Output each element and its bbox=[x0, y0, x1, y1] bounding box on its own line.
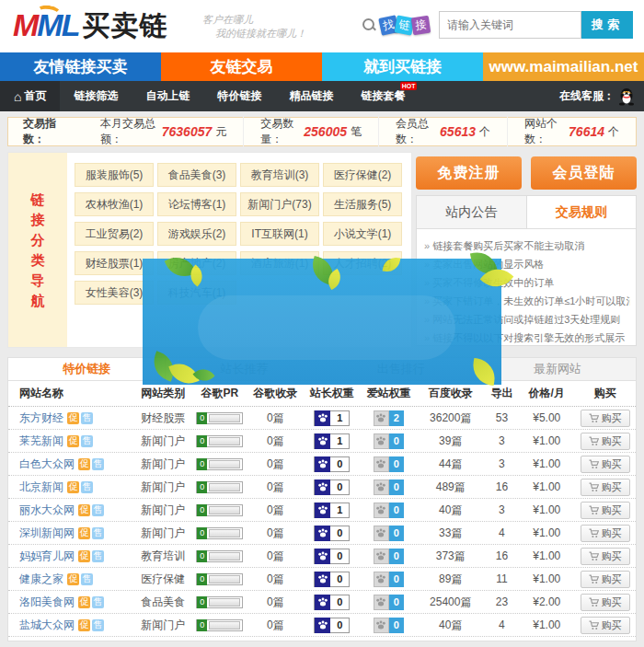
paw-icon bbox=[375, 550, 386, 561]
cell-google-included: 0篇 bbox=[247, 549, 304, 564]
aizhan-weight-value: 0 bbox=[389, 479, 404, 495]
cart-icon bbox=[589, 574, 599, 584]
pr-indicator: 0 bbox=[196, 527, 243, 539]
site-link[interactable]: 白色大众网 bbox=[19, 456, 75, 472]
nav-item-2[interactable]: 链接筛选 bbox=[60, 81, 132, 111]
search-button[interactable]: 搜索 bbox=[581, 11, 633, 39]
buy-button[interactable]: 购买 bbox=[581, 617, 630, 634]
category-button[interactable]: 教育培训(3) bbox=[240, 163, 319, 187]
cell-site-name: 健康之家促售 bbox=[8, 572, 134, 587]
sale-badge: 售 bbox=[92, 596, 104, 608]
category-button[interactable]: 食品美食(3) bbox=[157, 163, 236, 187]
pr-value: 0 bbox=[197, 573, 207, 585]
cell-price: ¥5.00 bbox=[519, 411, 575, 424]
cell-category: 新闻门户 bbox=[134, 526, 192, 541]
paw-square bbox=[374, 595, 389, 610]
nav-item-4[interactable]: 特价链接 bbox=[203, 81, 275, 111]
site-link[interactable]: 莱芜新闻 bbox=[19, 433, 63, 449]
notice-tab[interactable]: 站内公告 bbox=[417, 196, 527, 228]
cell-export-count: 3 bbox=[485, 503, 519, 516]
buy-button[interactable]: 购买 bbox=[581, 502, 630, 519]
cell-aizhan-weight: 0 bbox=[361, 479, 417, 495]
site-link[interactable]: 妈妈育儿网 bbox=[19, 549, 75, 564]
list-tab[interactable]: 最新网站 bbox=[479, 358, 636, 380]
paw-icon bbox=[375, 619, 386, 630]
link-table: 网站名称网站类别谷歌PR谷歌收录站长权重爱站权重百度收录导出价格/月购买东方财经… bbox=[7, 381, 637, 641]
site-link[interactable]: 深圳新闻网 bbox=[19, 526, 75, 541]
login-button[interactable]: 会员登陆 bbox=[531, 156, 637, 190]
nav-item-6[interactable]: 链接套餐HOT bbox=[347, 81, 419, 111]
banner-segment[interactable]: 友链交易 bbox=[161, 52, 322, 81]
promote-badge: 促 bbox=[67, 573, 79, 585]
notice-tab[interactable]: 交易规则 bbox=[527, 196, 637, 228]
category-button[interactable]: 工业贸易(2) bbox=[75, 222, 154, 246]
ad-overlay[interactable] bbox=[143, 259, 501, 385]
cell-chinaz-weight: 0 bbox=[304, 618, 362, 633]
category-button[interactable]: 农林牧渔(1) bbox=[75, 192, 154, 216]
buy-button-label: 购买 bbox=[602, 411, 622, 425]
cell-aizhan-weight: 0 bbox=[361, 572, 417, 587]
banner-segment[interactable]: 友情链接买卖 bbox=[0, 52, 161, 81]
buy-button[interactable]: 购买 bbox=[581, 410, 630, 427]
buy-button[interactable]: 购买 bbox=[581, 456, 630, 473]
nav-item-1[interactable]: ⌂首页 bbox=[0, 81, 60, 111]
banner-segment[interactable]: www.maimailian.net bbox=[483, 52, 644, 81]
register-button[interactable]: 免费注册 bbox=[416, 156, 522, 190]
paw-square bbox=[315, 503, 330, 518]
category-button[interactable]: IT互联网(1) bbox=[240, 222, 319, 246]
search-input[interactable] bbox=[439, 11, 581, 39]
cell-google-pr: 0 bbox=[192, 573, 248, 585]
cell-price: ¥1.00 bbox=[519, 503, 575, 516]
nav-item-3[interactable]: 自动上链 bbox=[132, 81, 203, 111]
chinaz-weight-indicator: 1 bbox=[314, 433, 350, 449]
category-button[interactable]: 生活服务(5) bbox=[323, 192, 402, 216]
table-row: 妈妈育儿网促售教育培训00篇00373篇16¥1.00购买 bbox=[8, 545, 636, 568]
promote-badge: 促 bbox=[67, 412, 79, 424]
buy-button[interactable]: 购买 bbox=[581, 525, 630, 542]
banner-segment[interactable]: 就到买链接 bbox=[322, 52, 483, 81]
paw-icon bbox=[317, 573, 328, 584]
cell-category: 教育培训 bbox=[134, 549, 192, 564]
buy-button[interactable]: 购买 bbox=[581, 479, 630, 496]
category-button[interactable]: 小说文学(1) bbox=[323, 222, 402, 246]
cell-chinaz-weight: 0 bbox=[304, 526, 362, 541]
chinaz-weight-indicator: 0 bbox=[314, 549, 350, 564]
rule-item[interactable]: 链接套餐购买后买家不能主动取消 bbox=[424, 237, 630, 255]
category-button[interactable]: 游戏娱乐(2) bbox=[157, 222, 236, 246]
tagline-line2: 我的链接就在哪儿！ bbox=[215, 27, 306, 40]
table-row: 盐城大众网促售新闻门户00篇0040篇4¥1.00购买 bbox=[8, 614, 636, 637]
cell-price: ¥1.00 bbox=[519, 480, 575, 493]
site-link[interactable]: 北京新闻 bbox=[19, 479, 63, 495]
cell-export-count: 23 bbox=[485, 595, 519, 608]
pr-value: 0 bbox=[197, 412, 207, 424]
category-button[interactable]: 医疗保健(2) bbox=[323, 163, 402, 187]
aizhan-weight-indicator: 2 bbox=[374, 410, 404, 426]
paw-square bbox=[374, 479, 389, 495]
site-link[interactable]: 丽水大众网 bbox=[19, 503, 75, 518]
buy-button[interactable]: 购买 bbox=[581, 571, 630, 588]
category-button[interactable]: 新闻门户(73) bbox=[240, 192, 319, 216]
category-button[interactable]: 服装服饰(5) bbox=[75, 163, 154, 187]
site-link[interactable]: 洛阳美食网 bbox=[19, 595, 75, 610]
qq-icon[interactable] bbox=[618, 87, 635, 106]
pr-value: 0 bbox=[197, 458, 207, 470]
site-link[interactable]: 盐城大众网 bbox=[19, 618, 75, 633]
paw-square bbox=[315, 410, 330, 426]
hot-badge: HOT bbox=[400, 82, 418, 90]
cell-chinaz-weight: 1 bbox=[304, 433, 362, 449]
buy-button[interactable]: 购买 bbox=[581, 433, 630, 450]
site-link[interactable]: 健康之家 bbox=[19, 572, 63, 587]
site-link[interactable]: 东方财经 bbox=[19, 410, 63, 426]
buy-button[interactable]: 购买 bbox=[581, 548, 630, 565]
buy-button-label: 购买 bbox=[602, 618, 622, 632]
site-logo[interactable]: MML 买卖链 bbox=[13, 7, 167, 42]
table-row: 丽水大众网促售新闻门户00篇1040篇3¥1.00购买 bbox=[8, 499, 636, 522]
nav-item-5[interactable]: 精品链接 bbox=[275, 81, 347, 111]
chinaz-weight-value: 0 bbox=[330, 527, 349, 538]
online-service[interactable]: 在线客服： bbox=[559, 81, 644, 111]
category-button[interactable]: 论坛博客(1) bbox=[157, 192, 236, 216]
buy-button[interactable]: 购买 bbox=[581, 594, 630, 611]
cell-aizhan-weight: 0 bbox=[361, 618, 417, 633]
cell-site-name: 妈妈育儿网促售 bbox=[8, 549, 134, 564]
paw-icon bbox=[375, 596, 386, 607]
